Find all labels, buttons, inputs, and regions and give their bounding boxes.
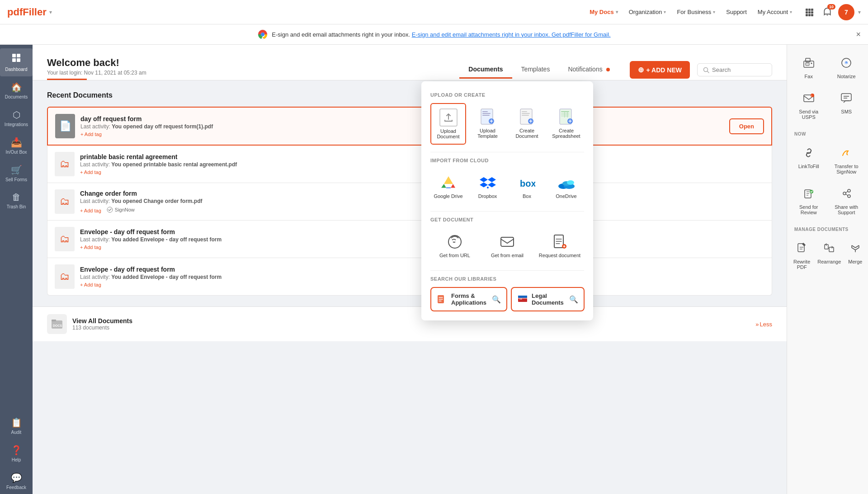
svg-rect-0 bbox=[806, 9, 808, 11]
forms-applications-label: Forms & Applications bbox=[451, 292, 488, 306]
forms-applications-item[interactable]: Forms & Applications 🔍 bbox=[430, 287, 507, 311]
topnav-icons: 10 7 ▾ bbox=[802, 4, 861, 20]
sidebar-item-feedback[interactable]: 💬 Feedback bbox=[0, 468, 33, 494]
topnav-organization[interactable]: Organization ▾ bbox=[624, 6, 671, 18]
create-document-label: Create Document bbox=[511, 128, 542, 139]
svg-text:DOCS: DOCS bbox=[53, 324, 62, 327]
request-doc-icon bbox=[551, 233, 569, 251]
create-document-item[interactable]: Create Document bbox=[509, 103, 545, 145]
onedrive-item[interactable]: OneDrive bbox=[548, 169, 584, 204]
logo-filler: Filler bbox=[23, 6, 47, 18]
create-spreadsheet-icon bbox=[557, 108, 576, 126]
svg-rect-14 bbox=[17, 58, 20, 62]
grid-icon-button[interactable] bbox=[802, 5, 816, 19]
tab-notifications[interactable]: Notifications bbox=[559, 61, 618, 79]
table-row[interactable]: 🗂 printable basic rental agreement Last … bbox=[47, 146, 772, 183]
rp-item-send-review[interactable]: Send for Review bbox=[791, 183, 827, 220]
sidebar-item-documents[interactable]: 🏠 Documents bbox=[0, 77, 33, 104]
doc-thumbnail: 🗂 bbox=[55, 264, 75, 289]
get-document-title: GET DOCUMENT bbox=[430, 217, 584, 222]
view-all-bar[interactable]: DOCS View All Documents 113 documents » … bbox=[33, 306, 787, 341]
main-content: Welcome back! Your last login: Nov 11, 2… bbox=[33, 45, 787, 494]
sidebar-item-sellforms[interactable]: 🛒 Sell Forms bbox=[0, 160, 33, 187]
sidebar: Dashboard 🏠 Documents ⬡ Integrations 📥 I… bbox=[0, 45, 33, 494]
import-cloud-title: IMPORT FROM CLOUD bbox=[430, 158, 584, 163]
rp-item-usps[interactable]: ! Send via USPS bbox=[791, 87, 827, 124]
doc-tag[interactable]: + Add tag bbox=[80, 132, 724, 137]
get-document-grid: Get from URL Get from email Request bbox=[430, 228, 584, 263]
request-document-item[interactable]: Request document bbox=[535, 228, 584, 263]
doc-thumbnail: 🗂 bbox=[55, 189, 75, 214]
create-spreadsheet-item[interactable]: Create Spreadsheet bbox=[548, 103, 584, 145]
doc-actions: Open bbox=[729, 118, 764, 134]
legal-documents-label: Legal Documents bbox=[532, 292, 566, 306]
view-all-count: 113 documents bbox=[72, 325, 132, 331]
google-drive-item[interactable]: Google Drive bbox=[430, 169, 466, 204]
sidebar-item-inoutbox[interactable]: 📥 In/Out Box bbox=[0, 132, 33, 159]
doc-icon: 🗂 bbox=[60, 271, 70, 282]
search-input[interactable] bbox=[712, 66, 766, 73]
rp-item-share-support[interactable]: Share with Support bbox=[829, 183, 865, 220]
recent-section: Recent Documents 📄 day off request form … bbox=[33, 80, 787, 306]
topnav-myaccount[interactable]: My Account ▾ bbox=[753, 6, 797, 18]
get-from-url-item[interactable]: Get from URL bbox=[430, 228, 479, 263]
welcome-section: Welcome back! Your last login: Nov 11, 2… bbox=[33, 45, 787, 80]
linktofill-label: LinkToFill bbox=[798, 164, 819, 169]
banner-close-button[interactable]: × bbox=[856, 30, 861, 38]
add-new-button[interactable]: ⊕ + ADD NEW bbox=[630, 61, 690, 79]
sidebar-label-documents: Documents bbox=[5, 94, 28, 99]
tab-documents[interactable]: Documents bbox=[459, 61, 512, 79]
upload-document-item[interactable]: Upload Document bbox=[430, 103, 466, 145]
rp-item-fax[interactable]: Fax bbox=[791, 52, 827, 84]
google-drive-label: Google Drive bbox=[434, 193, 462, 199]
sidebar-label-integrations: Integrations bbox=[5, 122, 28, 127]
doc-tag[interactable]: + Add tag bbox=[80, 208, 101, 213]
dashboard-icon bbox=[11, 53, 21, 65]
table-row[interactable]: 📄 day off request form Last activity: Yo… bbox=[47, 107, 772, 146]
svg-line-16 bbox=[708, 71, 709, 73]
table-row[interactable]: 🗂 Envelope - day off request form Last a… bbox=[47, 221, 772, 258]
svg-line-40 bbox=[846, 194, 848, 196]
rp-item-rewrite-pdf[interactable]: Rewrite PDF bbox=[791, 237, 813, 274]
topnav-mydocs[interactable]: My Docs ▾ bbox=[585, 6, 622, 18]
rp-item-transfer-signnow[interactable]: Transfer to SignNow bbox=[829, 142, 865, 179]
doc-thumbnail: 🗂 bbox=[55, 152, 75, 176]
rp-usps-sms: ! Send via USPS SMS bbox=[791, 87, 864, 124]
dropbox-item[interactable]: Dropbox bbox=[470, 169, 505, 204]
box-item[interactable]: box Box bbox=[509, 169, 545, 204]
banner-link[interactable]: E-sign and edit email attachments right … bbox=[412, 31, 611, 38]
doc-icon: 🗂 bbox=[60, 158, 70, 170]
tab-templates[interactable]: Templates bbox=[512, 61, 559, 79]
open-button[interactable]: Open bbox=[729, 118, 764, 134]
rp-item-merge[interactable]: Merge bbox=[845, 237, 865, 274]
search-box[interactable] bbox=[697, 63, 772, 76]
rp-item-linktofill[interactable]: LinkToFill bbox=[791, 142, 827, 179]
get-from-email-item[interactable]: Get from email bbox=[483, 228, 532, 263]
rp-item-rearrange[interactable]: Rearrange bbox=[815, 237, 844, 274]
upload-template-icon bbox=[479, 108, 497, 126]
svg-rect-22 bbox=[806, 58, 810, 62]
rp-item-sms[interactable]: SMS bbox=[829, 87, 865, 124]
avatar-chevron-icon[interactable]: ▾ bbox=[858, 9, 861, 15]
grid-icon bbox=[805, 8, 813, 16]
topnav-forbusiness[interactable]: For Business ▾ bbox=[672, 6, 720, 18]
sidebar-item-audit[interactable]: 📋 Audit bbox=[0, 413, 33, 439]
sidebar-item-help[interactable]: ❓ Help bbox=[0, 440, 33, 467]
transfer-signnow-icon bbox=[840, 146, 853, 162]
table-row[interactable]: 🗂 Envelope - day off request form Last a… bbox=[47, 258, 772, 296]
doc-info: day off request form Last activity: You … bbox=[80, 115, 724, 137]
topnav-support[interactable]: Support bbox=[722, 6, 751, 18]
upload-template-item[interactable]: Upload Template bbox=[470, 103, 505, 145]
legal-documents-item[interactable]: US Legal Documents 🔍 bbox=[511, 287, 585, 311]
search-libraries-title: SEARCH OUR LIBRARIES bbox=[430, 276, 584, 282]
user-avatar[interactable]: 7 bbox=[838, 4, 854, 20]
logo[interactable]: pdfFiller ▾ bbox=[7, 6, 52, 18]
sidebar-item-dashboard[interactable]: Dashboard bbox=[0, 48, 33, 76]
doc-icon: 🗂 bbox=[60, 196, 70, 207]
sidebar-item-trashbin[interactable]: 🗑 Trash Bin bbox=[0, 188, 33, 214]
sidebar-item-integrations[interactable]: ⬡ Integrations bbox=[0, 105, 33, 132]
notification-button[interactable]: 10 bbox=[820, 5, 835, 19]
table-row[interactable]: 🗂 Change order form Last activity: You o… bbox=[47, 183, 772, 221]
rp-item-notarize[interactable]: N Notarize bbox=[829, 52, 865, 84]
less-button[interactable]: » Less bbox=[755, 321, 772, 328]
